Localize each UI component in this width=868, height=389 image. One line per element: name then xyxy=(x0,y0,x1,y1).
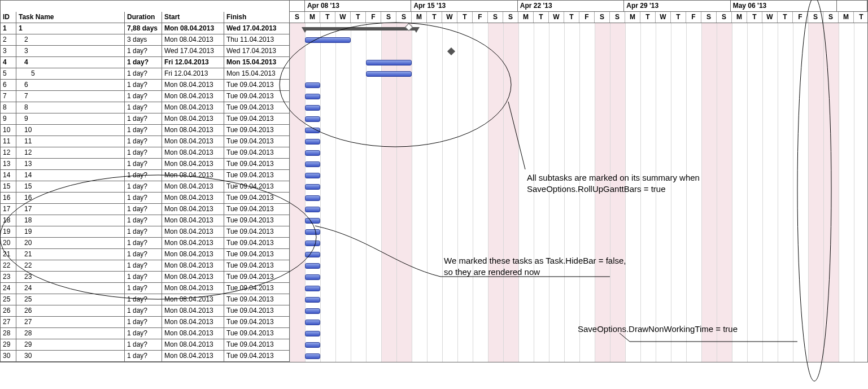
col-header-start[interactable]: Start xyxy=(162,12,224,23)
table-row[interactable]: 14141 day?Mon 08.04.2013Tue 09.04.2013 xyxy=(1,170,289,181)
cell-start[interactable]: Mon 08.04.2013 xyxy=(162,226,224,237)
cell-start[interactable]: Mon 08.04.2013 xyxy=(162,204,224,215)
cell-start[interactable]: Mon 08.04.2013 xyxy=(162,272,224,282)
cell-duration[interactable]: 1 day? xyxy=(125,249,162,260)
cell-finish[interactable]: Tue 09.04.2013 xyxy=(224,339,289,350)
cell-finish[interactable]: Tue 09.04.2013 xyxy=(224,193,289,203)
table-row[interactable]: 11111 day?Mon 08.04.2013Tue 09.04.2013 xyxy=(1,136,289,147)
task-bar[interactable] xyxy=(305,274,320,280)
cell-start[interactable]: Mon 08.04.2013 xyxy=(162,34,224,45)
table-row[interactable]: 28281 day?Mon 08.04.2013Tue 09.04.2013 xyxy=(1,328,289,339)
cell-duration[interactable]: 1 day? xyxy=(125,102,162,113)
task-bar[interactable] xyxy=(305,150,320,156)
cell-name[interactable]: 22 xyxy=(16,260,125,271)
table-row[interactable]: 13131 day?Mon 08.04.2013Tue 09.04.2013 xyxy=(1,159,289,170)
cell-start[interactable]: Mon 08.04.2013 xyxy=(162,102,224,113)
task-bar[interactable] xyxy=(305,331,320,336)
cell-start[interactable]: Mon 08.04.2013 xyxy=(162,80,224,90)
table-row[interactable]: 17171 day?Mon 08.04.2013Tue 09.04.2013 xyxy=(1,204,289,215)
cell-start[interactable]: Mon 08.04.2013 xyxy=(162,294,224,305)
cell-name[interactable]: 6 xyxy=(16,80,125,90)
cell-name[interactable]: 19 xyxy=(16,226,125,237)
cell-finish[interactable]: Tue 09.04.2013 xyxy=(224,215,289,226)
cell-finish[interactable]: Tue 09.04.2013 xyxy=(224,80,289,90)
cell-start[interactable]: Mon 08.04.2013 xyxy=(162,147,224,158)
cell-finish[interactable]: Tue 09.04.2013 xyxy=(224,351,289,361)
cell-duration[interactable]: 1 day? xyxy=(125,46,162,56)
table-row[interactable]: 24241 day?Mon 08.04.2013Tue 09.04.2013 xyxy=(1,283,289,294)
task-bar[interactable] xyxy=(305,37,351,43)
col-header-id[interactable]: ID xyxy=(1,12,16,23)
table-row[interactable]: 10101 day?Mon 08.04.2013Tue 09.04.2013 xyxy=(1,125,289,136)
table-row[interactable]: 22221 day?Mon 08.04.2013Tue 09.04.2013 xyxy=(1,260,289,272)
cell-name[interactable]: 5 xyxy=(16,68,125,79)
cell-name[interactable]: 14 xyxy=(16,170,125,181)
cell-finish[interactable]: Wed 17.04.2013 xyxy=(224,46,289,56)
task-bar[interactable] xyxy=(305,252,320,257)
cell-start[interactable]: Mon 08.04.2013 xyxy=(162,170,224,181)
cell-duration[interactable]: 1 day? xyxy=(125,328,162,339)
cell-finish[interactable]: Tue 09.04.2013 xyxy=(224,125,289,136)
cell-name[interactable]: 9 xyxy=(16,113,125,124)
cell-duration[interactable]: 7,88 days xyxy=(125,23,162,34)
table-row[interactable]: 20201 day?Mon 08.04.2013Tue 09.04.2013 xyxy=(1,238,289,249)
table-row[interactable]: 26261 day?Mon 08.04.2013Tue 09.04.2013 xyxy=(1,305,289,317)
cell-name[interactable]: 25 xyxy=(16,294,125,305)
cell-name[interactable]: 23 xyxy=(16,272,125,282)
cell-finish[interactable]: Tue 09.04.2013 xyxy=(224,260,289,271)
table-row[interactable]: 18181 day?Mon 08.04.2013Tue 09.04.2013 xyxy=(1,215,289,226)
cell-duration[interactable]: 1 day? xyxy=(125,238,162,248)
cell-start[interactable]: Fri 12.04.2013 xyxy=(162,57,224,68)
task-bar[interactable] xyxy=(305,229,320,235)
cell-finish[interactable]: Thu 11.04.2013 xyxy=(224,34,289,45)
cell-start[interactable]: Mon 08.04.2013 xyxy=(162,91,224,102)
table-row[interactable]: 12121 day?Mon 08.04.2013Tue 09.04.2013 xyxy=(1,147,289,159)
table-row[interactable]: 331 day?Wed 17.04.2013Wed 17.04.2013 xyxy=(1,46,289,57)
cell-finish[interactable]: Tue 09.04.2013 xyxy=(224,317,289,327)
task-bar[interactable] xyxy=(366,60,412,65)
cell-duration[interactable]: 1 day? xyxy=(125,125,162,136)
table-row[interactable]: 29291 day?Mon 08.04.2013Tue 09.04.2013 xyxy=(1,339,289,351)
summary-bar[interactable] xyxy=(305,27,416,30)
cell-finish[interactable]: Tue 09.04.2013 xyxy=(224,226,289,237)
cell-start[interactable]: Mon 08.04.2013 xyxy=(162,136,224,147)
table-row[interactable]: 30301 day?Mon 08.04.2013Tue 09.04.2013 xyxy=(1,351,289,362)
table-row[interactable]: 27271 day?Mon 08.04.2013Tue 09.04.2013 xyxy=(1,317,289,328)
table-row[interactable]: 771 day?Mon 08.04.2013Tue 09.04.2013 xyxy=(1,91,289,102)
cell-finish[interactable]: Tue 09.04.2013 xyxy=(224,238,289,248)
cell-finish[interactable]: Tue 09.04.2013 xyxy=(224,91,289,102)
table-row[interactable]: 16161 day?Mon 08.04.2013Tue 09.04.2013 xyxy=(1,193,289,204)
cell-start[interactable]: Mon 08.04.2013 xyxy=(162,215,224,226)
task-bar[interactable] xyxy=(305,195,320,201)
cell-duration[interactable]: 1 day? xyxy=(125,339,162,350)
table-row[interactable]: 21211 day?Mon 08.04.2013Tue 09.04.2013 xyxy=(1,249,289,260)
cell-start[interactable]: Mon 08.04.2013 xyxy=(162,283,224,294)
cell-duration[interactable]: 1 day? xyxy=(125,159,162,169)
cell-duration[interactable]: 1 day? xyxy=(125,260,162,271)
cell-finish[interactable]: Tue 09.04.2013 xyxy=(224,249,289,260)
task-bar[interactable] xyxy=(305,218,320,224)
cell-start[interactable]: Mon 08.04.2013 xyxy=(162,339,224,350)
cell-name[interactable]: 27 xyxy=(16,317,125,327)
cell-duration[interactable]: 1 day? xyxy=(125,283,162,294)
cell-start[interactable]: Mon 08.04.2013 xyxy=(162,351,224,361)
task-bar[interactable] xyxy=(305,207,320,212)
cell-finish[interactable]: Tue 09.04.2013 xyxy=(224,147,289,158)
cell-finish[interactable]: Mon 15.04.2013 xyxy=(224,57,289,68)
cell-start[interactable]: Mon 08.04.2013 xyxy=(162,193,224,203)
table-row[interactable]: 117,88 daysMon 08.04.2013Wed 17.04.2013 xyxy=(1,23,289,34)
cell-duration[interactable]: 1 day? xyxy=(125,91,162,102)
cell-name[interactable]: 8 xyxy=(16,102,125,113)
cell-name[interactable]: 4 xyxy=(16,57,125,68)
task-bar[interactable] xyxy=(305,241,320,246)
task-bar[interactable] xyxy=(305,263,320,269)
task-bar[interactable] xyxy=(305,139,320,145)
cell-name[interactable]: 24 xyxy=(16,283,125,294)
cell-finish[interactable]: Tue 09.04.2013 xyxy=(224,283,289,294)
cell-name[interactable]: 18 xyxy=(16,215,125,226)
task-bar[interactable] xyxy=(305,161,320,167)
cell-finish[interactable]: Tue 09.04.2013 xyxy=(224,170,289,181)
cell-start[interactable]: Mon 08.04.2013 xyxy=(162,125,224,136)
cell-duration[interactable]: 1 day? xyxy=(125,351,162,361)
cell-duration[interactable]: 1 day? xyxy=(125,226,162,237)
